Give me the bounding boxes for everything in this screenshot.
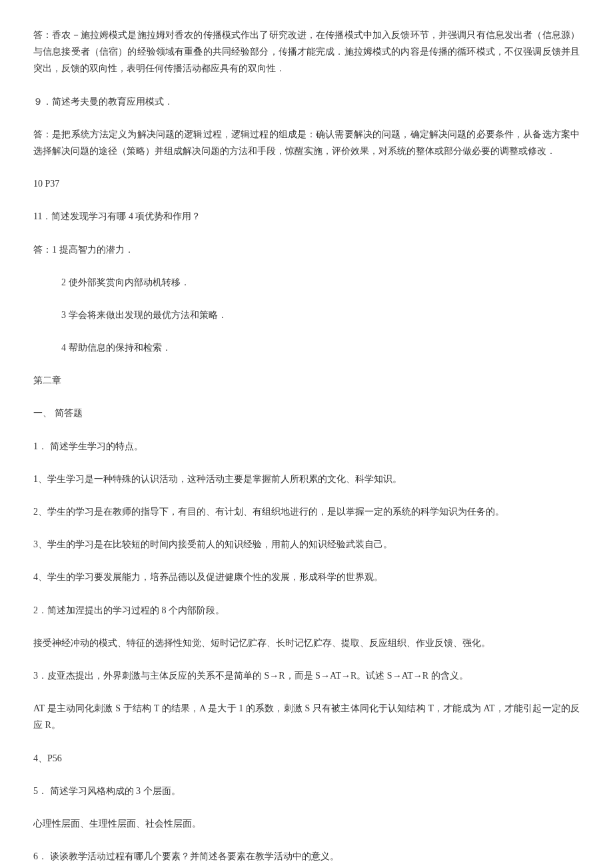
question-11: 11．简述发现学习有哪 4 项优势和作用？ (33, 208, 580, 225)
question-6: 6． 谈谈教学活动过程有哪几个要素？并简述各要素在教学活动中的意义。 (33, 848, 580, 865)
answer-item-1: 1、学生学习是一种特殊的认识活动，这种活动主要是掌握前人所积累的文化、科学知识。 (33, 471, 580, 487)
section-heading: 一、 简答题 (33, 405, 580, 421)
answer-item-3: 3、学生的学习是在比较短的时间内接受前人的知识经验，用前人的知识经验武装自己。 (33, 536, 580, 553)
question-3: 3．皮亚杰提出，外界刺激与主体反应的关系不是简单的 S→R，而是 S→AT→R。… (33, 667, 580, 684)
reference-10: 10 P37 (33, 175, 580, 192)
answer-item-2: 2 使外部奖赏向内部动机转移． (33, 274, 580, 291)
answer-item-3: 3 学会将来做出发现的最优方法和策略． (33, 307, 580, 323)
answer-item-2: 2、学生的学习是在教师的指导下，有目的、有计划、有组织地进行的，是以掌握一定的系… (33, 503, 580, 520)
chapter-2-heading: 第二章 (33, 372, 580, 389)
question-5: 5． 简述学习风格构成的 3 个层面。 (33, 783, 580, 799)
answer-paragraph: AT 是主动同化刺激 S 于结构 T 的结果，A 是大于 1 的系数，刺激 S … (33, 700, 580, 733)
answer-item-4: 4、学生的学习要发展能力，培养品德以及促进健康个性的发展，形成科学的世界观。 (33, 569, 580, 585)
question-2: 2．简述加涅提出的学习过程的 8 个内部阶段。 (33, 602, 580, 619)
answer-item-1: 答：1 提高智力的潜力． (33, 241, 580, 258)
answer-paragraph: 答：香农－施拉姆模式是施拉姆对香农的传播模式作出了研究改进，在传播模式中加入反馈… (33, 27, 580, 77)
answer-paragraph: 接受神经冲动的模式、特征的选择性知觉、短时记忆贮存、长时记忆贮存、提取、反应组织… (33, 635, 580, 651)
answer-paragraph: 答：是把系统方法定义为解决问题的逻辑过程，逻辑过程的组成是：确认需要解决的问题，… (33, 126, 580, 159)
answer-paragraph: 心理性层面、生理性层面、社会性层面。 (33, 815, 580, 832)
question-9: ９．简述考夫曼的教育应用模式． (33, 93, 580, 110)
answer-item-4: 4 帮助信息的保持和检索． (33, 339, 580, 356)
reference-4: 4、P56 (33, 750, 580, 767)
question-1: 1． 简述学生学习的特点。 (33, 438, 580, 455)
